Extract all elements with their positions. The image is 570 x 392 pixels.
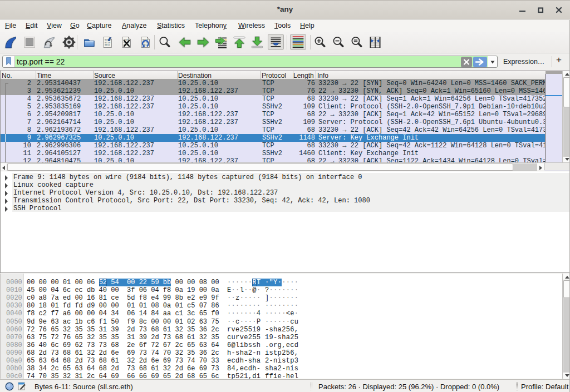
svg-text:0011: 0011 <box>105 43 111 46</box>
